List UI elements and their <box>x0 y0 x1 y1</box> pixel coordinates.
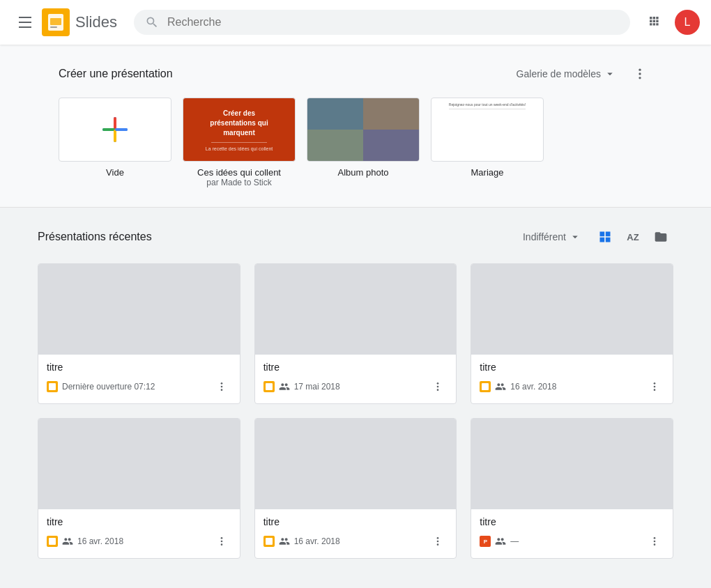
template-made-to-stick-thumb: Créer desprésentations quimarquent La re… <box>183 98 296 162</box>
recent-section: Présentations récentes Indifférent AZ <box>21 208 690 575</box>
pres-info-4: titre 16 avr. 2018 <box>38 509 240 558</box>
gallery-label: Galerie de modèles <box>517 68 601 79</box>
svg-rect-16 <box>266 383 273 390</box>
pres-date-6: — <box>510 536 641 546</box>
pres-more-2[interactable] <box>428 377 448 396</box>
svg-rect-8 <box>114 117 116 130</box>
pres-title-4: titre <box>47 516 231 527</box>
plus-icon <box>98 113 132 146</box>
svg-rect-9 <box>102 128 115 131</box>
pres-more-5[interactable] <box>428 532 448 551</box>
pres-card-2[interactable]: titre 17 mai 2018 <box>254 263 457 404</box>
svg-point-18 <box>437 386 439 388</box>
people-icon-2 <box>279 381 290 392</box>
pres-meta-1: Dernière ouverture 07:12 <box>47 377 231 396</box>
template-section: Créer une présentation Galerie de modèle… <box>0 45 711 208</box>
pres-thumb-4 <box>38 419 240 509</box>
template-made-to-stick[interactable]: Créer desprésentations quimarquent La re… <box>183 98 296 187</box>
az-icon: AZ <box>627 232 639 242</box>
orange-title: Créer desprésentations quimarquent <box>210 109 268 138</box>
more-icon-4 <box>216 536 227 547</box>
orange-subtitle: La recette des idées qui collent <box>206 146 273 151</box>
pres-meta-3: 16 avr. 2018 <box>480 377 664 396</box>
menu-button[interactable] <box>11 8 39 36</box>
svg-rect-20 <box>482 383 489 390</box>
apps-button[interactable] <box>641 8 669 36</box>
pres-card-3[interactable]: titre 16 avr. 2018 <box>471 263 673 404</box>
svg-point-23 <box>654 389 656 391</box>
template-header-right: Galerie de modèles <box>517 61 652 86</box>
search-bar[interactable] <box>134 10 630 35</box>
pres-card-5[interactable]: titre 16 avr. 2018 <box>254 418 457 559</box>
template-album-photo-thumb <box>307 98 420 162</box>
pres-card-1[interactable]: titre Dernière ouverture 07:12 <box>38 263 240 404</box>
slides-icon-4 <box>47 536 58 547</box>
template-mariage[interactable]: Rejoignez-nous pour tout un week-end d'a… <box>431 98 544 187</box>
pres-more-1[interactable] <box>212 377 231 396</box>
svg-rect-24 <box>49 538 56 545</box>
template-made-to-stick-sublabel: par Made to Stick <box>183 178 296 187</box>
hamburger-icon <box>19 17 31 28</box>
more-icon-2 <box>432 381 443 392</box>
people-icon-5 <box>279 536 290 547</box>
folder-view-button[interactable] <box>648 224 673 249</box>
view-icons: AZ <box>592 224 673 249</box>
svg-point-15 <box>220 389 222 391</box>
grid-view-button[interactable] <box>592 224 618 249</box>
slides-icon-5 <box>263 536 275 547</box>
svg-point-27 <box>220 543 222 546</box>
template-blank[interactable]: Vide <box>59 98 171 187</box>
template-made-to-stick-label: Ces idées qui collent <box>183 167 296 178</box>
svg-rect-11 <box>115 128 128 131</box>
pres-info-6: titre P — <box>471 509 673 558</box>
more-icon-3 <box>649 381 660 392</box>
svg-point-30 <box>437 541 439 543</box>
pres-title-3: titre <box>480 362 664 373</box>
pres-thumb-5 <box>255 419 457 509</box>
svg-point-33 <box>654 541 656 543</box>
search-input[interactable] <box>167 16 619 29</box>
az-sort-button[interactable]: AZ <box>620 224 645 249</box>
ppt-icon-6: P <box>480 536 491 547</box>
pres-thumb-1 <box>38 264 240 355</box>
svg-point-13 <box>220 382 222 385</box>
slides-icon-3 <box>480 381 491 392</box>
template-album-photo[interactable]: Album photo <box>307 98 420 187</box>
gallery-button[interactable]: Galerie de modèles <box>517 68 616 80</box>
pres-thumb-2 <box>255 264 457 355</box>
more-options-button[interactable] <box>627 61 652 86</box>
pres-card-4[interactable]: titre 16 avr. 2018 <box>38 418 240 559</box>
svg-rect-1 <box>50 18 61 25</box>
pres-date-5: 16 avr. 2018 <box>294 536 425 546</box>
template-blank-thumb <box>59 98 171 162</box>
pres-meta-2: 17 mai 2018 <box>263 377 448 396</box>
pres-more-4[interactable] <box>212 532 231 551</box>
avatar[interactable]: L <box>675 10 700 35</box>
app-name: Slides <box>75 13 117 31</box>
pres-more-3[interactable] <box>645 377 664 396</box>
more-icon-5 <box>432 536 443 547</box>
svg-point-3 <box>639 69 641 71</box>
people-icon-6 <box>495 536 506 547</box>
recent-controls: Indifférent AZ <box>523 224 673 249</box>
svg-point-5 <box>639 77 641 79</box>
pres-thumb-6 <box>471 419 673 509</box>
pres-info-3: titre 16 avr. 2018 <box>471 355 673 403</box>
header: Slides L <box>0 0 711 45</box>
pres-more-6[interactable] <box>645 532 664 551</box>
pres-card-6[interactable]: titre P — <box>471 418 673 559</box>
people-icon-3 <box>495 381 506 392</box>
pres-meta-5: 16 avr. 2018 <box>263 532 448 551</box>
filter-chevron-icon <box>569 231 581 243</box>
pres-date-2: 17 mai 2018 <box>294 382 425 392</box>
pres-meta-4: 16 avr. 2018 <box>47 532 231 551</box>
pres-date-3: 16 avr. 2018 <box>510 382 641 392</box>
app-logo[interactable]: Slides <box>42 8 117 36</box>
filter-button[interactable]: Indifférent <box>523 231 581 243</box>
svg-point-29 <box>437 537 439 539</box>
recent-title: Présentations récentes <box>38 231 523 243</box>
pres-info-5: titre 16 avr. 2018 <box>255 509 457 558</box>
chevron-icon <box>604 68 616 80</box>
svg-point-34 <box>654 543 656 546</box>
svg-rect-2 <box>50 26 57 28</box>
